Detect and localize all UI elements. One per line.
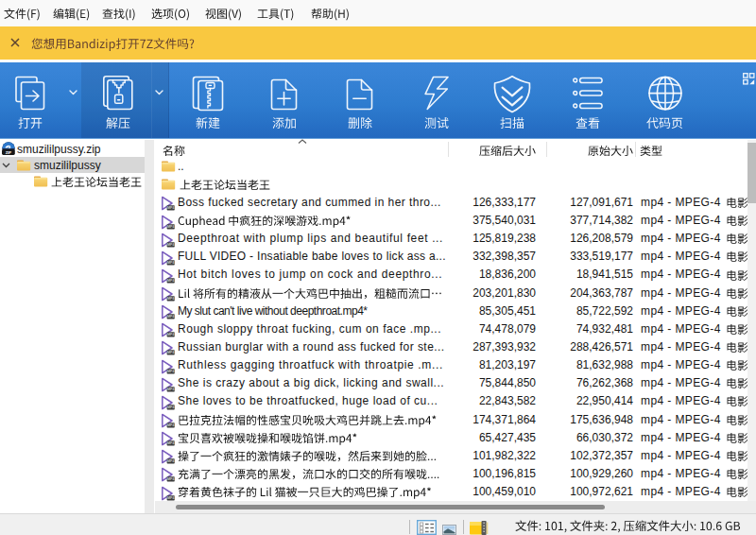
svg-text:MP4: MP4 [167,243,174,247]
svg-text:MP4: MP4 [167,225,174,229]
svg-text:MP4: MP4 [167,351,174,354]
svg-text:MP4: MP4 [167,297,174,301]
svg-text:MP4: MP4 [167,206,174,210]
svg-text:MP4: MP4 [167,441,174,445]
svg-text:MP4: MP4 [167,406,174,409]
svg-text:MP4: MP4 [167,261,174,265]
svg-text:MP4: MP4 [167,370,174,373]
svg-text:ZIP: ZIP [6,150,12,155]
svg-text:MP4: MP4 [167,279,174,283]
svg-text:MP4: MP4 [167,388,174,391]
svg-text:MP4: MP4 [167,423,174,427]
svg-text:MP4: MP4 [167,333,174,337]
svg-text:MP4: MP4 [167,459,174,463]
svg-text:MP4: MP4 [167,315,174,319]
svg-text:MP4: MP4 [167,477,174,481]
